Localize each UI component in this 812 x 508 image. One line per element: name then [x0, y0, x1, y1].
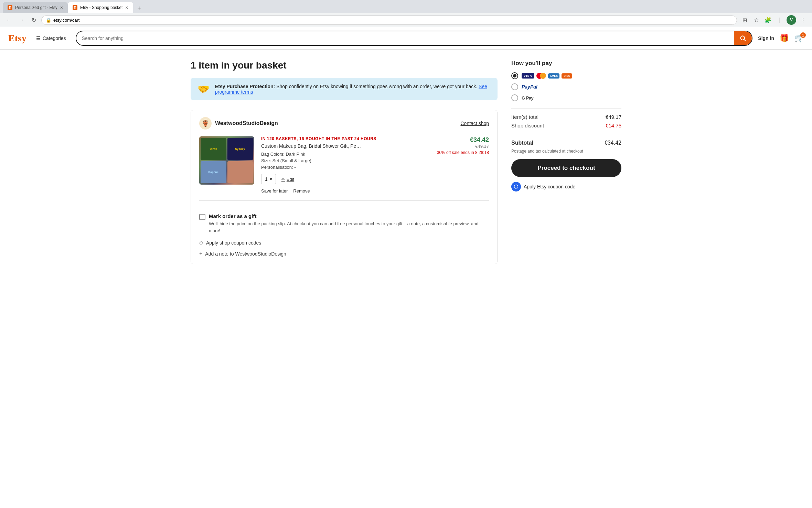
- add-note-row[interactable]: + Add a note to WestwoodStudioDesign: [199, 251, 489, 257]
- cart-button[interactable]: 🛒 1: [794, 34, 804, 43]
- item-promo: IN 120 BASKETS, 16 BOUGHT IN THE PAST 24…: [261, 136, 430, 141]
- item-details: IN 120 BASKETS, 16 BOUGHT IN THE PAST 24…: [261, 136, 430, 194]
- header-actions: Sign in 🎁 🛒 1: [758, 34, 804, 43]
- item-price-section: €34.42 €49.17 30% off sale ends in 8:28:…: [437, 136, 489, 194]
- add-note-text: Add a note to WestwoodStudioDesign: [205, 251, 286, 257]
- item-attr-size: Size: Set (Small & Large): [261, 158, 430, 163]
- gift-checkbox[interactable]: [199, 214, 205, 220]
- payment-options: VISA AMEX DISC PayPal G Pa: [511, 72, 621, 101]
- bag-lightblue: Daphne: [201, 161, 226, 184]
- radio-paypal[interactable]: [511, 83, 518, 90]
- etsy-header: Etsy ☰ Categories Sign in 🎁 🛒 1: [0, 27, 812, 50]
- remove-button[interactable]: Remove: [293, 188, 310, 194]
- visa-card-icon: VISA: [522, 73, 534, 79]
- shop-name: WestwoodStudioDesign: [215, 120, 278, 126]
- payment-option-paypal[interactable]: PayPal: [511, 83, 621, 90]
- subtotal-label: Subtotal: [511, 140, 533, 146]
- attr-value-size: Set (Small & Large): [273, 158, 311, 163]
- tab-close-2[interactable]: ×: [125, 5, 128, 10]
- attr-value-pers: -: [294, 165, 296, 170]
- sign-in-button[interactable]: Sign in: [758, 35, 774, 41]
- item-title: Custom Makeup Bag, Bridal Shower Gift, P…: [261, 143, 430, 149]
- quantity-row: 1 ▾ ✏ Edit: [261, 174, 430, 184]
- attr-label-color: Bag Colors:: [261, 152, 286, 157]
- shop-card: 🏺 WestwoodStudioDesign Contact shop Oliv…: [191, 110, 498, 264]
- gpay-logo: G Pay: [522, 95, 533, 101]
- refresh-button[interactable]: ↻: [29, 15, 39, 25]
- items-total-value: €49.17: [606, 114, 621, 120]
- divider-2: [511, 134, 621, 134]
- checkout-button[interactable]: Proceed to checkout: [511, 159, 621, 177]
- address-input[interactable]: [53, 18, 733, 23]
- coupon-row[interactable]: ◇ Apply shop coupon codes: [199, 239, 489, 246]
- gift-icon-button[interactable]: 🎁: [780, 34, 789, 43]
- payment-option-gpay[interactable]: G Pay: [511, 94, 621, 101]
- save-later-button[interactable]: Save for later: [261, 188, 288, 194]
- search-button[interactable]: [734, 31, 752, 45]
- pencil-icon: ✏: [281, 177, 285, 182]
- shop-header: 🏺 WestwoodStudioDesign Contact shop: [199, 117, 489, 129]
- search-icon: [739, 35, 746, 42]
- edit-button[interactable]: ✏ Edit: [281, 177, 294, 182]
- search-input[interactable]: [76, 32, 734, 44]
- item-attr-personalisation: Personalisation: -: [261, 165, 430, 170]
- discover-card-icon: DISC: [562, 73, 572, 79]
- main-content: 1 item in your basket 🤝 Etsy Purchase Pr…: [182, 50, 630, 274]
- payment-option-cards[interactable]: VISA AMEX DISC: [511, 72, 621, 79]
- coupon-shield-icon: [514, 184, 519, 189]
- subtotal-row: Subtotal €34.42: [511, 140, 621, 146]
- sale-timer: 30% off sale ends in 8:28:18: [437, 150, 489, 155]
- protection-icon: 🤝: [197, 83, 210, 95]
- translate-icon[interactable]: ⊞: [740, 15, 749, 25]
- categories-label: Categories: [43, 35, 66, 41]
- profile-avatar[interactable]: V: [787, 15, 796, 25]
- tab-title-2: Etsy - Shopping basket: [80, 5, 122, 10]
- radio-gpay[interactable]: [511, 94, 518, 101]
- tab-personalized-gift[interactable]: E Personalized gift - Etsy ×: [3, 2, 68, 13]
- mastercard-icon: [536, 73, 546, 79]
- menu-icon[interactable]: ⋮: [798, 15, 808, 25]
- back-button[interactable]: ←: [4, 15, 14, 25]
- toolbar-actions: ⊞ ☆ 🧩 | V ⋮: [740, 15, 808, 25]
- item-image: Olivia Sydney Daphne: [199, 136, 254, 185]
- shop-avatar: 🏺: [199, 117, 212, 129]
- address-bar[interactable]: 🔒: [41, 15, 737, 25]
- star-icon[interactable]: ☆: [751, 15, 761, 25]
- coupon-text: Apply shop coupon codes: [206, 240, 261, 246]
- coupon-code-icon: [511, 182, 521, 191]
- etsy-logo[interactable]: Etsy: [8, 33, 26, 44]
- quantity-select[interactable]: 1 ▾: [261, 174, 276, 184]
- gift-desc: We'll hide the price on the packing slip…: [209, 220, 489, 234]
- protection-bold: Etsy Purchase Protection:: [215, 84, 275, 89]
- item-price-original: €49.17: [437, 144, 489, 149]
- paypal-logo: PayPal: [522, 84, 537, 90]
- gift-label-block: Mark order as a gift We'll hide the pric…: [209, 213, 489, 234]
- categories-button[interactable]: ☰ Categories: [32, 33, 70, 44]
- shop-info: 🏺 WestwoodStudioDesign: [199, 117, 278, 129]
- protection-desc: Shop confidently on Etsy knowing if some…: [276, 84, 477, 89]
- discount-row: Shop discount -€14.75: [511, 123, 621, 128]
- attr-label-size: Size:: [261, 158, 273, 163]
- bag-pink: [227, 161, 253, 184]
- browser-toolbar: ← → ↻ 🔒 ⊞ ☆ 🧩 | V ⋮: [0, 13, 812, 27]
- new-tab-button[interactable]: +: [135, 3, 144, 13]
- forward-button[interactable]: →: [17, 15, 26, 25]
- radio-cards-inner: [513, 74, 516, 77]
- coupon-code-text: Apply Etsy coupon code: [524, 184, 575, 189]
- gift-section: Mark order as a gift We'll hide the pric…: [199, 208, 489, 257]
- edit-label: Edit: [287, 177, 294, 182]
- tab-favicon-1: E: [8, 5, 12, 10]
- divider-1: [511, 108, 621, 108]
- radio-cards[interactable]: [511, 72, 518, 79]
- contact-shop-button[interactable]: Contact shop: [461, 121, 489, 126]
- tab-title-1: Personalized gift - Etsy: [15, 5, 57, 10]
- coupon-code-row[interactable]: Apply Etsy coupon code: [511, 182, 621, 191]
- cart-badge: 1: [800, 32, 806, 38]
- extension-icon[interactable]: 🧩: [763, 15, 773, 25]
- tab-close-1[interactable]: ×: [60, 5, 63, 10]
- separator: |: [775, 15, 784, 25]
- tab-shopping-basket[interactable]: E Etsy - Shopping basket ×: [68, 2, 133, 13]
- basket-section: 1 item in your basket 🤝 Etsy Purchase Pr…: [191, 60, 498, 264]
- bag-green: Olivia: [201, 138, 226, 160]
- search-bar: [76, 31, 753, 46]
